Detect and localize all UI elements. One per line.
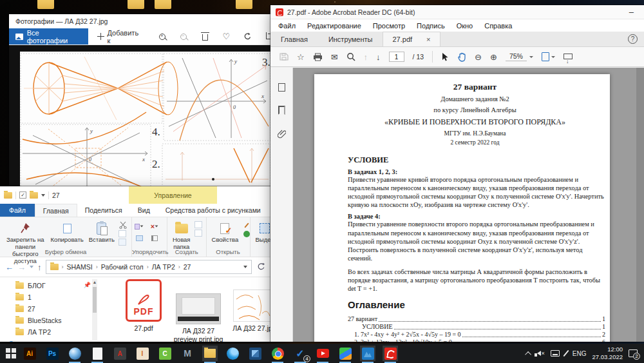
fit-width-button[interactable] <box>564 55 573 59</box>
menu-file[interactable]: Файл <box>278 22 296 30</box>
desktop-folder-icon[interactable] <box>155 0 171 9</box>
file-la-d32-27-jpg[interactable]: ЛА Д32 27.jp <box>231 289 271 333</box>
acrobat-titlebar[interactable]: 27.pdf - Adobe Acrobat Reader DC (64-bit… <box>270 5 644 19</box>
document-scrollbar[interactable] <box>636 68 644 342</box>
tab-tools[interactable]: Инструменты <box>318 32 383 46</box>
taskbar-indesign-like[interactable]: I <box>135 346 150 361</box>
next-page-button[interactable]: ↓ <box>376 52 381 62</box>
toc-entry[interactable]: 1. 7x² - 4xy + 4y² + 2√5x - 4√5y – 19 = … <box>348 331 605 338</box>
quick-access-caret-icon[interactable] <box>41 194 45 197</box>
menu-view[interactable]: Просмотр <box>373 22 405 30</box>
taskbar-photoshop[interactable]: Ps <box>44 346 60 361</box>
taskbar-bluestacks[interactable] <box>337 346 353 361</box>
taskbar-file-explorer[interactable] <box>202 346 218 361</box>
photos-titlebar[interactable]: Фотографии — ЛА Д32 27.jpg <box>9 14 279 28</box>
minimize-button[interactable]: – <box>629 7 639 17</box>
refresh-button[interactable] <box>256 262 266 272</box>
toc-entry[interactable]: 2. 3x² + 12xy – 13y² - 10√10y + 5 = 06 <box>348 338 605 342</box>
pin-to-quick-access-button[interactable]: Закрепить на панели быстрого доступа <box>3 220 48 265</box>
easy-access-button[interactable] <box>194 221 202 228</box>
sidebar-item-bluestacks[interactable]: BlueStacks <box>0 315 100 326</box>
new-item-button[interactable] <box>194 230 202 237</box>
sidebar-item-27[interactable]: 27 <box>0 303 100 315</box>
taskbar-illustrator[interactable]: Ai <box>22 346 37 361</box>
fit-page-button[interactable] <box>542 52 555 61</box>
favorite-button[interactable]: ♡ <box>216 28 237 44</box>
taskbar-autocad[interactable]: A <box>112 346 128 361</box>
add-to-button[interactable]: Добавить к <box>88 28 152 44</box>
star-button[interactable]: ☆ <box>297 52 305 62</box>
select-tool-button[interactable] <box>441 52 449 61</box>
breadcrumb-desktop[interactable]: Рабочий стол <box>101 263 144 271</box>
sidebar-scrollbar[interactable]: ▲ <box>92 279 97 340</box>
select-button[interactable]: Выдел <box>253 220 271 244</box>
search-button[interactable] <box>346 52 355 61</box>
explorer-titlebar[interactable]: ✓ 27 Управление <box>0 186 271 204</box>
sidebar-item-icloud-drive[interactable]: iCloud Drive <box>0 340 100 342</box>
taskbar-camtasia[interactable]: C <box>157 346 173 361</box>
taskbar-acrobat[interactable] <box>383 346 398 361</box>
file-preview-print-jpg[interactable]: ЛА Д32 27 preview print.jpg <box>172 293 225 342</box>
taskbar-m-app[interactable]: M <box>180 346 195 361</box>
ta skbar-chrome[interactable] <box>270 346 285 361</box>
copy-button[interactable]: Копировать <box>48 220 86 244</box>
menu-sign[interactable]: Подпись <box>417 22 445 30</box>
sidebar-item-1[interactable]: 1 <box>0 291 100 303</box>
zoom-in-button[interactable]: ⊕ <box>490 52 497 62</box>
tab-home[interactable]: Главная <box>270 32 318 46</box>
sidebar-item-la-tr2[interactable]: ЛА ТР2 <box>0 326 100 338</box>
touch-keyboard-button[interactable] <box>551 350 560 357</box>
tray-expand-chevron-icon[interactable] <box>525 351 531 357</box>
taskbar-movie-app[interactable] <box>247 346 263 361</box>
breadcrumb-27[interactable]: 27 <box>184 263 191 271</box>
quick-access-folder-icon[interactable] <box>30 192 38 199</box>
taskbar-check-app[interactable]: ✓4 <box>292 346 308 361</box>
delete-button[interactable]: × <box>150 222 159 230</box>
menu-window[interactable]: Окно <box>457 22 473 30</box>
previous-page-button[interactable]: ↑ <box>364 52 368 62</box>
zoom-out-button[interactable]: − <box>173 28 194 44</box>
rename-button[interactable] <box>150 234 159 242</box>
tab-file[interactable]: Файл <box>0 204 35 217</box>
tab-view[interactable]: Вид <box>130 204 158 217</box>
page-thumbnails-icon[interactable] <box>278 83 285 92</box>
attachments-icon[interactable] <box>278 129 286 139</box>
photo-la-d32-27[interactable]: 3. 4. 2. <box>20 52 279 206</box>
scroll-up-arrow[interactable]: ▲ <box>92 280 97 284</box>
properties-button[interactable]: ✓ Свойства <box>209 220 242 244</box>
file-27-pdf[interactable]: PDF 27.pdf <box>120 279 167 333</box>
zoom-out-button[interactable]: ⊖ <box>475 52 482 62</box>
taskbar-photos[interactable] <box>360 346 375 361</box>
clock[interactable]: 12:00 27.03.2022 <box>592 346 623 361</box>
pdf-page[interactable]: 27 вариант Домашнего задания №2 по курсу… <box>314 74 610 342</box>
paste-shortcut-button[interactable] <box>118 239 126 246</box>
zoom-in-button[interactable]: + <box>151 28 173 44</box>
tab-home[interactable]: Главная <box>35 204 77 217</box>
taskbar-google-earth[interactable] <box>67 346 82 361</box>
print-button[interactable] <box>313 53 323 61</box>
email-button[interactable]: ✉ <box>331 52 338 62</box>
menu-help[interactable]: Справка <box>484 22 512 30</box>
menu-edit[interactable]: Редактирование <box>307 22 361 30</box>
rotate-button[interactable] <box>237 28 258 44</box>
zoom-level-dropdown[interactable]: 75% <box>506 52 533 61</box>
breadcrumb-la-tr2[interactable]: ЛА ТР2 <box>152 263 175 271</box>
toc-entry[interactable]: УСЛОВИЕ1 <box>348 323 605 331</box>
breadcrumb[interactable]: › SHAMSI › Рабочий стол › ЛА ТР2 › 27 <box>46 260 252 274</box>
tab-picture-tools[interactable]: Средства работы с рисунками <box>158 204 269 217</box>
start-button[interactable] <box>0 344 22 363</box>
breadcrumb-shamsi[interactable]: SHAMSI <box>67 263 93 271</box>
desktop-folder-icon[interactable] <box>236 0 252 9</box>
delete-button[interactable] <box>194 28 216 44</box>
new-folder-button[interactable]: Новая папка <box>170 220 193 251</box>
close-tab-icon[interactable]: × <box>426 35 430 43</box>
move-to-button[interactable] <box>135 222 144 230</box>
copy-path-button[interactable] <box>118 230 126 237</box>
page-number-input[interactable]: 1 <box>389 52 404 62</box>
bookmarks-icon[interactable] <box>278 106 285 115</box>
address-dropdown-caret[interactable] <box>243 266 247 268</box>
tab-share[interactable]: Поделиться <box>77 204 130 217</box>
quick-access-check-icon[interactable]: ✓ <box>19 191 26 199</box>
desktop-folder-icon[interactable] <box>37 0 54 9</box>
recent-locations-caret[interactable] <box>30 266 33 268</box>
